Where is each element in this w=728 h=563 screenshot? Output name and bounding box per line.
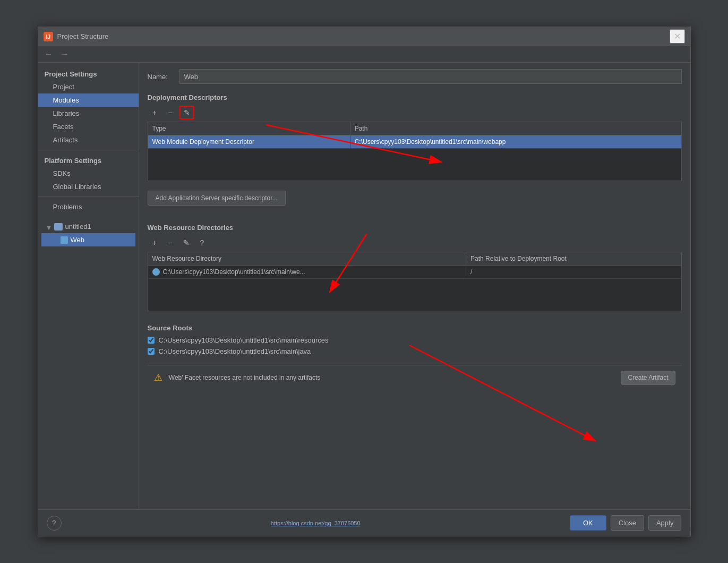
platform-settings-label: Platform Settings: [38, 153, 139, 167]
tree-expand-icon: ▼: [46, 224, 52, 230]
sidebar-item-facets[interactable]: Facets: [38, 120, 139, 133]
dialog-title: Project Structure: [57, 32, 670, 40]
sidebar-item-problems[interactable]: Problems: [38, 200, 139, 214]
wr-add-btn[interactable]: +: [148, 236, 161, 250]
main-content: Project Settings Project Modules Librari…: [38, 63, 690, 509]
wr-table-row[interactable]: C:\Users\cpyy103\Desktop\untitled1\src\m…: [148, 266, 681, 279]
help-button[interactable]: ?: [47, 516, 62, 531]
sidebar: Project Settings Project Modules Librari…: [38, 63, 139, 509]
folder-icon: [54, 223, 63, 231]
app-icon: IJ: [44, 32, 53, 41]
col-path: Path: [350, 122, 681, 135]
wr-remove-btn[interactable]: −: [164, 236, 177, 250]
tree-parent-node[interactable]: ▼ untitled1: [41, 220, 135, 233]
wr-cell-dir: C:\Users\cpyy103\Desktop\untitled1\src\m…: [148, 266, 467, 278]
back-button[interactable]: ←: [42, 48, 55, 60]
nav-bar: ← →: [38, 46, 690, 63]
csdn-link[interactable]: https://blog.csdn.net/qq_37876050: [271, 520, 361, 526]
sidebar-item-libraries[interactable]: Libraries: [38, 107, 139, 120]
add-server-descriptor-btn[interactable]: Add Application Server specific descript…: [148, 191, 286, 206]
sidebar-item-global-libraries[interactable]: Global Libraries: [38, 180, 139, 193]
add-server-btn-wrapper: Add Application Server specific descript…: [148, 187, 682, 214]
source-root-label-1: C:\Users\cpyy103\Desktop\untitled1\src\m…: [159, 347, 311, 355]
name-input[interactable]: [179, 69, 682, 84]
forward-button[interactable]: →: [58, 48, 71, 60]
title-bar: IJ Project Structure ✕: [38, 27, 690, 46]
col-type: Type: [148, 122, 350, 135]
web-resource-toolbar: + − ✎ ?: [148, 236, 682, 250]
deployment-edit-btn[interactable]: ✎: [179, 106, 194, 120]
cell-path: C:\Users\cpyy103\Desktop\untitled1\src\m…: [350, 135, 681, 148]
source-root-label-0: C:\Users\cpyy103\Desktop\untitled1\src\m…: [159, 336, 329, 344]
source-root-row-1: C:\Users\cpyy103\Desktop\untitled1\src\m…: [148, 347, 682, 355]
col-wr-relpath: Path Relative to Deployment Root: [466, 252, 681, 265]
bottom-bar: ? https://blog.csdn.net/qq_37876050 OK C…: [38, 509, 690, 536]
ok-button[interactable]: OK: [570, 515, 606, 531]
source-root-checkbox-0[interactable]: [148, 337, 155, 344]
col-wr-dir: Web Resource Directory: [148, 252, 467, 265]
close-dialog-button[interactable]: Close: [611, 515, 644, 531]
deployment-empty-area: [148, 149, 681, 181]
right-panel: Name: Deployment Descriptors + − ✎ Type …: [139, 63, 690, 509]
module-icon: [61, 236, 68, 244]
project-settings-label: Project Settings: [38, 67, 139, 80]
wr-empty-area: [148, 279, 681, 311]
sidebar-item-project[interactable]: Project: [38, 80, 139, 93]
source-roots-title: Source Roots: [148, 324, 682, 332]
source-root-checkbox-1[interactable]: [148, 348, 155, 355]
wr-table-header: Web Resource Directory Path Relative to …: [148, 252, 681, 266]
name-field-row: Name:: [148, 69, 682, 84]
deployment-add-btn[interactable]: +: [148, 106, 161, 120]
warning-icon: ⚠: [154, 372, 162, 383]
tree-child-node[interactable]: Web: [41, 233, 135, 246]
warning-bar: ⚠ 'Web' Facet resources are not included…: [148, 365, 682, 390]
tree-parent-label: untitled1: [65, 223, 91, 231]
close-button[interactable]: ✕: [670, 29, 685, 44]
web-resource-title: Web Resource Directories: [148, 224, 682, 232]
sidebar-divider-1: [38, 150, 139, 150]
deployment-table-header: Type Path: [148, 122, 681, 135]
table-row[interactable]: Web Module Deployment Descriptor C:\User…: [148, 135, 681, 149]
wr-edit-btn[interactable]: ✎: [179, 236, 193, 250]
sidebar-item-artifacts[interactable]: Artifacts: [38, 133, 139, 147]
deployment-remove-btn[interactable]: −: [164, 106, 177, 120]
name-label: Name:: [148, 73, 179, 81]
sidebar-divider-2: [38, 197, 139, 197]
apply-button[interactable]: Apply: [648, 515, 682, 531]
source-roots-section: Source Roots C:\Users\cpyy103\Desktop\un…: [148, 322, 682, 359]
sidebar-item-sdks[interactable]: SDKs: [38, 167, 139, 180]
wr-help-btn[interactable]: ?: [195, 236, 209, 250]
deployment-descriptors-title: Deployment Descriptors: [148, 93, 682, 101]
deployment-toolbar: + − ✎: [148, 106, 682, 120]
source-root-row-0: C:\Users\cpyy103\Desktop\untitled1\src\m…: [148, 336, 682, 344]
sidebar-item-modules[interactable]: Modules: [38, 93, 139, 107]
web-resource-dir-icon: [152, 268, 160, 276]
warning-text: 'Web' Facet resources are not included i…: [168, 374, 616, 381]
tree-child-label: Web: [71, 236, 85, 244]
web-resource-table: Web Resource Directory Path Relative to …: [148, 252, 682, 311]
deployment-table: Type Path Web Module Deployment Descript…: [148, 122, 682, 181]
wr-cell-relpath: /: [466, 266, 681, 278]
create-artifact-btn[interactable]: Create Artifact: [621, 371, 675, 385]
cell-type: Web Module Deployment Descriptor: [148, 135, 350, 148]
